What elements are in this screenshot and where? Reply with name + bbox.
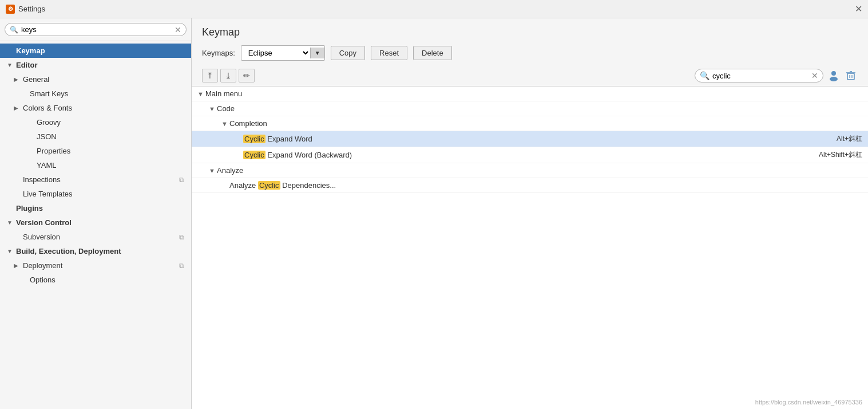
- copy-icon: ⧉: [179, 176, 184, 184]
- sidebar-item-build-execution[interactable]: ▼ Build, Execution, Deployment: [0, 244, 191, 258]
- content-header: Keymap Keymaps: Eclipse ▼ Copy Reset Del…: [192, 18, 868, 65]
- sidebar-item-live-templates[interactable]: Live Templates: [0, 187, 191, 201]
- sidebar-item-smart-keys[interactable]: Smart Keys: [0, 86, 191, 101]
- search-input-wrapper[interactable]: 🔍 ✕: [5, 23, 187, 36]
- tree-arrow-icon: ▼: [221, 120, 229, 127]
- sidebar-item-label: Editor: [16, 61, 38, 69]
- filter-search-input[interactable]: [712, 72, 808, 80]
- sidebar-item-colors-fonts[interactable]: ▶ Colors & Fonts: [0, 101, 191, 115]
- arrow-icon: ▶: [14, 262, 21, 269]
- sidebar: 🔍 ✕ Keymap ▼ Editor ▶ General: [0, 18, 192, 409]
- expand-all-icon: ⤒: [207, 71, 213, 80]
- sidebar-item-label: Colors & Fonts: [23, 104, 72, 112]
- content-area: Keymap Keymaps: Eclipse ▼ Copy Reset Del…: [192, 18, 868, 409]
- copy-button[interactable]: Copy: [331, 46, 365, 60]
- tree-item-label: Completion: [229, 119, 862, 128]
- sidebar-item-label: Properties: [37, 147, 70, 155]
- tree-item-label: Analyze Cyclic Dependencies...: [229, 181, 862, 190]
- filter-clear-icon[interactable]: ✕: [811, 71, 818, 80]
- arrow-icon: ▼: [7, 62, 14, 68]
- sidebar-item-general[interactable]: ▶ General: [0, 72, 191, 86]
- sidebar-item-label: YAML: [37, 161, 56, 170]
- svg-point-1: [830, 77, 838, 81]
- toolbar-right: 🔍 ✕: [695, 69, 858, 82]
- sidebar-item-deployment[interactable]: ▶ Deployment ⧉: [0, 258, 191, 273]
- main-layout: 🔍 ✕ Keymap ▼ Editor ▶ General: [0, 18, 868, 409]
- tree-row[interactable]: ▼ Completion: [192, 116, 868, 131]
- sidebar-item-label: Version Control: [16, 218, 72, 227]
- keymap-dropdown-button[interactable]: ▼: [310, 48, 324, 58]
- tree-row[interactable]: ▼ Main menu: [192, 86, 868, 101]
- title-bar: ⚙ Settings ✕: [0, 0, 868, 18]
- sidebar-item-label: Options: [30, 276, 56, 284]
- collapse-all-button[interactable]: ⤓: [220, 69, 236, 82]
- collapse-all-icon: ⤓: [225, 71, 232, 80]
- tree-shortcut: Alt+Shift+斜杠: [819, 150, 862, 160]
- edit-button[interactable]: ✏: [239, 69, 255, 82]
- tree-row[interactable]: ▼ Code: [192, 101, 868, 116]
- sidebar-item-label: Groovy: [37, 118, 61, 127]
- tree-shortcut: Alt+斜杠: [837, 134, 862, 144]
- tree-arrow-icon: ▼: [209, 105, 217, 112]
- sidebar-item-label: Smart Keys: [30, 89, 68, 98]
- sidebar-item-label: Keymap: [16, 46, 45, 55]
- person-icon[interactable]: [827, 69, 841, 82]
- tree-row-analyze[interactable]: ▼ Analyze: [192, 163, 868, 178]
- sidebar-item-subversion[interactable]: Subversion ⧉: [0, 230, 191, 244]
- arrow-icon: ▶: [14, 76, 21, 82]
- sidebar-item-properties[interactable]: Properties: [0, 144, 191, 158]
- expand-all-button[interactable]: ⤒: [202, 69, 218, 82]
- sidebar-item-label: General: [23, 75, 49, 84]
- tree-row-analyze-cyclic[interactable]: Analyze Cyclic Dependencies...: [192, 178, 868, 193]
- arrow-icon: ▶: [14, 105, 21, 111]
- tree-area: ▼ Main menu ▼ Code ▼ Completion Cyclic E…: [192, 86, 868, 409]
- sidebar-item-plugins[interactable]: Plugins: [0, 201, 191, 215]
- arrow-icon: ▼: [7, 248, 14, 254]
- tree-arrow-icon: ▼: [209, 167, 217, 174]
- tree-item-label: Cyclic Expand Word: [243, 135, 837, 143]
- copy-icon: ⧉: [179, 262, 184, 270]
- sidebar-item-keymap[interactable]: Keymap: [0, 44, 191, 58]
- sidebar-item-editor[interactable]: ▼ Editor: [0, 58, 191, 72]
- arrow-icon: ▼: [7, 219, 14, 226]
- svg-rect-2: [847, 73, 854, 80]
- sidebar-item-inspections[interactable]: Inspections ⧉: [0, 172, 191, 187]
- sidebar-item-yaml[interactable]: YAML: [0, 158, 191, 172]
- keymaps-label: Keymaps:: [202, 49, 235, 57]
- keymaps-row: Keymaps: Eclipse ▼ Copy Reset Delete: [202, 45, 858, 61]
- sidebar-item-version-control[interactable]: ▼ Version Control: [0, 215, 191, 230]
- tree-row-cyclic-expand-word-backward[interactable]: Cyclic Expand Word (Backward) Alt+Shift+…: [192, 147, 868, 163]
- toolbar: ⤒ ⤓ ✏ 🔍 ✕: [192, 65, 868, 86]
- tree-item-label: Cyclic Expand Word (Backward): [243, 151, 819, 159]
- sidebar-item-label: Live Templates: [23, 190, 72, 198]
- tree-item-label: Analyze: [217, 166, 862, 175]
- search-input[interactable]: [21, 25, 172, 34]
- search-icon: 🔍: [10, 26, 18, 34]
- clear-icon[interactable]: ✕: [175, 26, 181, 34]
- delete-button[interactable]: Delete: [413, 46, 452, 60]
- sidebar-item-label: Inspections: [23, 175, 61, 184]
- page-title: Keymap: [202, 26, 858, 38]
- edit-icon: ✏: [243, 71, 250, 80]
- keymap-select[interactable]: Eclipse: [241, 46, 310, 60]
- filter-search-wrapper[interactable]: 🔍 ✕: [695, 69, 823, 82]
- sidebar-item-label: Subversion: [23, 233, 60, 241]
- highlight-cyclic: Cyclic: [243, 135, 265, 143]
- close-button[interactable]: ✕: [855, 5, 862, 14]
- reset-button[interactable]: Reset: [371, 46, 407, 60]
- highlight-cyclic: Cyclic: [243, 151, 265, 159]
- trash-icon[interactable]: [844, 69, 858, 82]
- sidebar-item-groovy[interactable]: Groovy: [0, 115, 191, 129]
- app-icon: ⚙: [6, 5, 15, 14]
- search-bar: 🔍 ✕: [0, 18, 191, 41]
- tree-arrow-icon: ▼: [197, 91, 205, 97]
- highlight-cyclic: Cyclic: [258, 181, 280, 190]
- sidebar-item-label: Deployment: [23, 261, 62, 270]
- keymap-select-wrapper: Eclipse ▼: [241, 45, 325, 61]
- title-bar-left: ⚙ Settings: [6, 5, 45, 14]
- tree-item-label: Main menu: [205, 89, 862, 98]
- sidebar-item-options[interactable]: Options: [0, 273, 191, 287]
- sidebar-item-json[interactable]: JSON: [0, 129, 191, 144]
- tree-row-cyclic-expand-word[interactable]: Cyclic Expand Word Alt+斜杠: [192, 131, 868, 147]
- sidebar-item-label: Build, Execution, Deployment: [16, 247, 121, 255]
